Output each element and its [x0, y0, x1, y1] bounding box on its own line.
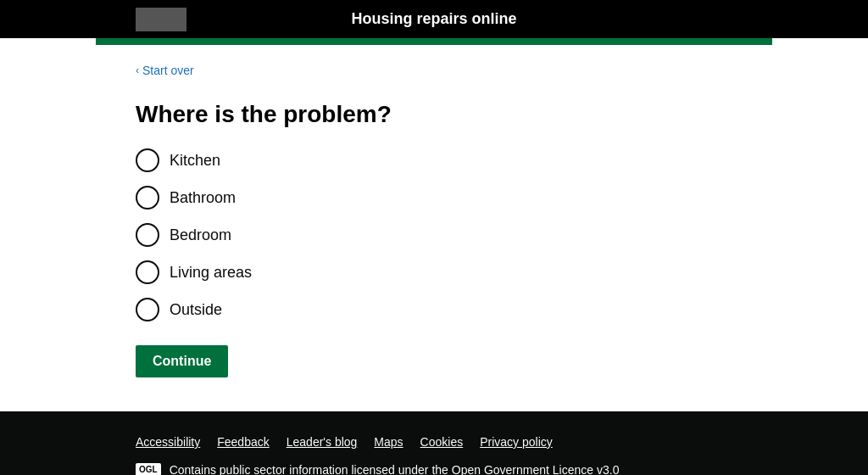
radio-label-bedroom: Bedroom	[170, 226, 231, 244]
progress-bar	[96, 38, 773, 45]
back-link-label: Start over	[142, 64, 194, 77]
radio-circle-bedroom[interactable]	[136, 223, 159, 247]
radio-group: KitchenBathroomBedroomLiving areasOutsid…	[136, 148, 732, 321]
footer-links: AccessibilityFeedbackLeader's blogMapsCo…	[136, 435, 732, 449]
footer-link-leader-s-blog[interactable]: Leader's blog	[287, 435, 358, 449]
radio-item-kitchen[interactable]: Kitchen	[136, 148, 732, 172]
footer-ogl-text: Contains public sector information licen…	[170, 462, 620, 475]
footer: AccessibilityFeedbackLeader's blogMapsCo…	[0, 411, 868, 475]
footer-link-privacy-policy[interactable]: Privacy policy	[480, 435, 553, 449]
radio-item-bathroom[interactable]: Bathroom	[136, 186, 732, 210]
header-title: Housing repairs online	[351, 10, 516, 27]
ogl-logo: OGL	[136, 463, 161, 475]
radio-circle-living-areas[interactable]	[136, 260, 159, 284]
radio-label-bathroom: Bathroom	[170, 189, 236, 207]
radio-item-outside[interactable]: Outside	[136, 298, 732, 321]
radio-circle-bathroom[interactable]	[136, 186, 159, 210]
header: Housing repairs online	[0, 0, 868, 38]
radio-label-kitchen: Kitchen	[170, 152, 220, 170]
header-logo	[136, 8, 186, 31]
radio-item-bedroom[interactable]: Bedroom	[136, 223, 732, 247]
radio-label-outside: Outside	[170, 301, 222, 319]
main-content: ‹ Start over Where is the problem? Kitch…	[0, 45, 868, 411]
radio-label-living-areas: Living areas	[170, 264, 252, 282]
radio-item-living-areas[interactable]: Living areas	[136, 260, 732, 284]
footer-ogl: OGL Contains public sector information l…	[136, 462, 732, 475]
continue-button[interactable]: Continue	[136, 345, 228, 377]
page-title: Where is the problem?	[136, 101, 732, 128]
footer-link-accessibility[interactable]: Accessibility	[136, 435, 200, 449]
chevron-left-icon: ‹	[136, 64, 139, 76]
back-link[interactable]: ‹ Start over	[136, 64, 194, 77]
footer-link-feedback[interactable]: Feedback	[217, 435, 269, 449]
ogl-text: Contains public sector information licen…	[170, 463, 452, 475]
radio-circle-kitchen[interactable]	[136, 148, 159, 172]
footer-link-maps[interactable]: Maps	[374, 435, 403, 449]
footer-link-cookies[interactable]: Cookies	[420, 435, 464, 449]
ogl-licence-link[interactable]: Open Government Licence v3.0	[452, 463, 620, 475]
radio-circle-outside[interactable]	[136, 298, 159, 321]
